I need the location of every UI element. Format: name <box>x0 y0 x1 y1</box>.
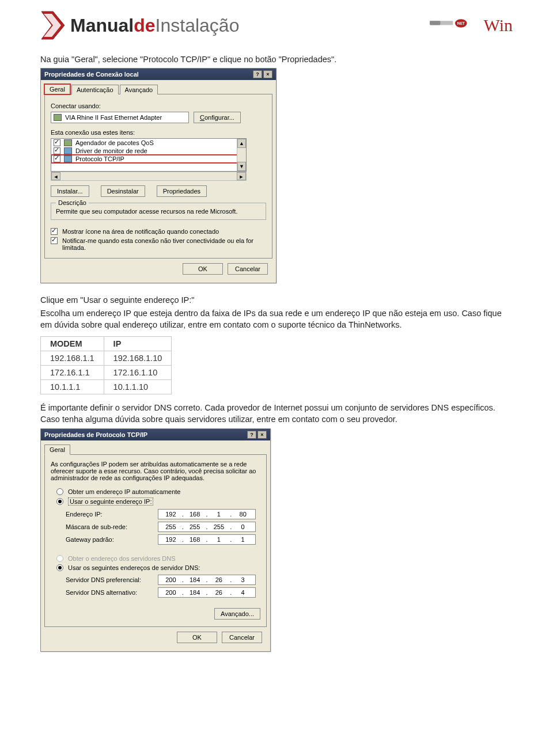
svg-text:NET: NET <box>457 21 464 25</box>
label-use-dns: Usar os seguintes endereços de servidor … <box>68 564 200 571</box>
brand-win-text: Win <box>484 16 513 35</box>
listbox-hscroll[interactable]: ◄ ► <box>51 172 247 181</box>
tcpip-intro-text: As configurações IP podem ser atribuídas… <box>51 461 260 481</box>
list-item-label: Driver de monitor de rede <box>75 147 147 154</box>
label-auto-ip: Obter um endereço IP automaticamente <box>68 488 180 495</box>
qos-icon <box>64 139 72 146</box>
radio-use-ip[interactable] <box>56 498 63 505</box>
list-item-selected-tcpip[interactable]: Protocolo TCP/IP <box>51 155 246 163</box>
list-item-label: Protocolo TCP/IP <box>75 155 124 162</box>
dialog2-title: Propriedades de Protocolo TCP/IP <box>44 431 147 438</box>
tcpip-icon <box>64 155 72 162</box>
dialog-local-connection-props: Propriedades de Conexão local ? × Geral … <box>40 68 276 283</box>
cell-modem: 172.16.1.1 <box>41 366 104 380</box>
scroll-left-icon[interactable]: ◄ <box>51 172 60 180</box>
title-suffix: Instalação <box>156 15 240 36</box>
checkbox-show-icon[interactable] <box>51 228 58 235</box>
dialog-tcpip-props: Propriedades de Protocolo TCP/IP ? × Ger… <box>40 428 271 652</box>
radio-use-dns[interactable] <box>56 564 63 571</box>
logo-left: Manual de Instalação <box>40 10 239 40</box>
dns-alternate-input[interactable]: 200. 184. 26. 4 <box>158 587 256 598</box>
tab-geral[interactable]: Geral <box>44 445 70 455</box>
ok-button[interactable]: OK <box>177 632 217 643</box>
netdriver-icon <box>64 147 72 154</box>
close-icon[interactable]: × <box>263 70 272 78</box>
scroll-right-icon[interactable]: ► <box>237 172 246 180</box>
paragraph-select-tcpip: Na guia "Geral", selecione "Protocolo TC… <box>40 54 513 66</box>
ok-button[interactable]: OK <box>183 263 223 275</box>
label-notify: Notificar-me quando esta conexão não tiv… <box>62 237 258 251</box>
radio-auto-ip[interactable] <box>56 488 63 495</box>
advanced-button[interactable]: Avançado... <box>214 608 260 620</box>
dialog1-titlebar[interactable]: Propriedades de Conexão local ? × <box>41 69 276 80</box>
cell-ip: 192.168.1.10 <box>104 351 172 366</box>
label-show-icon: Mostrar ícone na área de notificação qua… <box>62 228 219 235</box>
label-subnet-mask: Máscara de sub-rede: <box>66 523 127 530</box>
label-dns-preferred: Servidor DNS preferencial: <box>66 576 141 583</box>
page-title: Manual de Instalação <box>70 15 239 36</box>
configure-button[interactable]: CConfigurar...onfigurar... <box>194 112 241 123</box>
list-item[interactable]: Agendador de pacotes QoS <box>51 139 246 147</box>
label-connect-using: Conectar usando: <box>51 102 266 109</box>
dialog1-tabs: Geral Autenticação Avançado <box>44 83 272 94</box>
cancel-button[interactable]: Cancelar <box>228 263 268 275</box>
label-uses-items: Esta conexão usa estes itens: <box>51 129 266 136</box>
tab-autenticacao[interactable]: Autenticação <box>71 85 119 94</box>
brand-right: NET Win <box>430 16 513 35</box>
tab-geral[interactable]: Geral <box>44 84 70 94</box>
ip-address-input[interactable]: 192. 168. 1. 80 <box>158 509 256 519</box>
listbox-scrollbar[interactable]: ▲ ▼ <box>237 139 246 171</box>
table-row: 172.16.1.1 172.16.1.10 <box>41 366 172 380</box>
checkbox-icon[interactable] <box>54 155 60 162</box>
dialog2-titlebar[interactable]: Propriedades de Protocolo TCP/IP ? × <box>41 429 270 440</box>
list-item-label: Agendador de pacotes QoS <box>75 139 154 146</box>
paragraph-use-ip-heading: Clique em "Usar o seguinte endereço IP:" <box>40 295 513 306</box>
radio-auto-dns <box>56 555 63 562</box>
cell-ip: 172.16.1.10 <box>104 366 172 380</box>
cell-modem: 10.1.1.1 <box>41 380 104 394</box>
table-row: 10.1.1.1 10.1.1.10 <box>41 380 172 394</box>
scroll-up-icon[interactable]: ▲ <box>237 139 246 148</box>
close-icon[interactable]: × <box>257 431 267 439</box>
description-group: Descrição Permite que seu computador ace… <box>51 203 266 220</box>
paragraph-choose-ip: Escolha um endereço IP que esteja dentro… <box>40 308 513 330</box>
scroll-down-icon[interactable]: ▼ <box>237 162 246 171</box>
title-prefix: Manual <box>70 15 134 36</box>
subnet-mask-input[interactable]: 255. 255. 255. 0 <box>158 522 256 532</box>
description-text: Permite que seu computador acesse recurs… <box>56 208 261 215</box>
help-icon[interactable]: ? <box>247 431 256 439</box>
install-button[interactable]: Instalar... <box>51 185 89 197</box>
table-header-modem: MODEM <box>41 337 104 351</box>
paragraph-dns: É importante definir o servidor DNS corr… <box>40 402 513 425</box>
cell-modem: 192.168.1.1 <box>41 351 104 366</box>
label-gateway: Gateway padrão: <box>66 536 114 543</box>
tnet-logo-icon: NET <box>430 18 480 33</box>
list-item[interactable]: Driver de monitor de rede <box>51 147 246 155</box>
page-header: Manual de Instalação NET Win <box>40 10 513 40</box>
cell-ip: 10.1.1.10 <box>104 380 172 394</box>
checkbox-icon[interactable] <box>54 147 60 154</box>
help-icon[interactable]: ? <box>253 70 262 78</box>
table-row: 192.168.1.1 192.168.1.10 <box>41 351 172 366</box>
dns-preferred-input[interactable]: 200. 184. 26. 3 <box>158 575 256 585</box>
modem-ip-table: MODEM IP 192.168.1.1 192.168.1.10 172.16… <box>40 336 172 394</box>
adapter-name: VIA Rhine II Fast Ethernet Adapter <box>65 114 162 121</box>
label-use-ip: Usar o seguinte endereço IP: <box>68 497 153 506</box>
label-ip-address: Endereço IP: <box>66 511 103 518</box>
title-de: de <box>134 15 155 36</box>
table-header-ip: IP <box>104 337 172 351</box>
checkbox-notify[interactable] <box>51 237 58 244</box>
dialog1-title: Propriedades de Conexão local <box>44 71 139 78</box>
svg-rect-1 <box>430 21 440 25</box>
adapter-field: VIA Rhine II Fast Ethernet Adapter <box>51 112 189 123</box>
gateway-input[interactable]: 192. 168. 1. 1 <box>158 534 256 545</box>
label-auto-dns: Obter o endereço dos servidores DNS <box>68 555 175 562</box>
properties-button[interactable]: Propriedades <box>157 185 207 197</box>
cancel-button[interactable]: Cancelar <box>222 632 262 643</box>
items-listbox[interactable]: Agendador de pacotes QoS Driver de monit… <box>51 138 247 172</box>
uninstall-button[interactable]: Desinstalar <box>101 185 145 197</box>
adapter-icon <box>54 114 62 121</box>
logo-mark-icon <box>40 10 67 40</box>
tab-avancado[interactable]: Avançado <box>120 85 158 94</box>
checkbox-icon[interactable] <box>54 139 60 146</box>
